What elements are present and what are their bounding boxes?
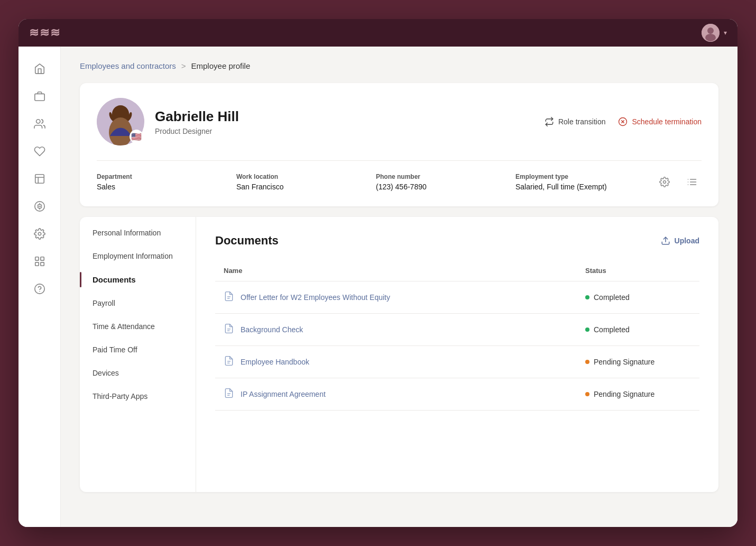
main-layout: Employees and contractors > Employee pro… [19,47,737,527]
lower-section: Personal Information Employment Informat… [80,217,718,492]
doc-status-cell-4: Pending Signature [585,390,691,398]
work-location-value: San Francisco [236,183,376,191]
doc-name-cell-4: IP Assignment Agreement [224,388,585,401]
phone-label: Phone number [376,173,515,180]
doc-name-cell-3: Employee Handbook [224,356,585,368]
doc-link-2[interactable]: Background Check [241,325,303,334]
profile-job-title: Product Designer [155,127,239,135]
detail-actions [655,172,702,192]
svg-rect-3 [34,94,44,101]
profile-actions: Role transition Schedule termination [545,117,702,126]
phone-value: (123) 456-7890 [376,183,515,191]
department-value: Sales [97,183,236,191]
sidebar-item-people[interactable] [28,112,51,135]
sidebar-item-benefits[interactable] [28,140,51,163]
status-text-1: Completed [594,293,630,302]
nav-item-personal-information[interactable]: Personal Information [80,221,196,244]
svg-rect-11 [40,257,43,260]
status-dot-1 [585,295,589,299]
breadcrumb-current-page: Employee profile [191,61,251,70]
nav-item-paid-time-off[interactable]: Paid Time Off [80,338,196,361]
sidebar-item-settings[interactable] [28,222,51,245]
list-icon-btn[interactable] [683,172,702,192]
sidebar-item-apps[interactable] [28,250,51,273]
detail-department: Department Sales [97,173,236,191]
profile-top: 🇺🇸 Gabrielle Hill Product Designer [97,98,702,145]
svg-rect-12 [35,262,38,266]
department-label: Department [97,173,236,180]
svg-point-9 [38,232,41,235]
breadcrumb: Employees and contractors > Employee pro… [80,61,718,70]
upload-button[interactable]: Upload [661,236,699,245]
col-name-header: Name [224,267,585,275]
nav-item-devices[interactable]: Devices [80,361,196,385]
svg-point-22 [663,181,666,184]
doc-icon-4 [224,388,234,401]
status-dot-2 [585,327,589,332]
app-logo: ≋≋≋ [29,26,61,40]
doc-link-4[interactable]: IP Assignment Agreement [241,390,326,398]
sidebar [19,47,61,527]
sidebar-item-help[interactable] [28,277,51,301]
user-avatar[interactable] [702,24,720,42]
svg-point-1 [707,28,714,34]
titlebar-right: ▾ [702,24,727,42]
content-area: Employees and contractors > Employee pro… [61,47,737,527]
documents-header: Documents Upload [215,234,699,248]
svg-rect-5 [35,175,44,184]
doc-row-4: IP Assignment Agreement Pending Signatur… [215,378,699,411]
detail-work-location: Work location San Francisco [236,173,376,191]
doc-status-cell-1: Completed [585,293,691,302]
svg-point-14 [34,284,44,294]
status-text-4: Pending Signature [594,390,654,398]
detail-employment-type: Employment type Salaried, Full time (Exe… [515,173,655,191]
employment-type-label: Employment type [515,173,655,180]
profile-details: Department Sales Work location San Franc… [97,160,702,192]
status-text-2: Completed [594,325,630,334]
sidebar-item-documents[interactable] [28,167,51,190]
breadcrumb-separator: > [181,61,186,70]
profile-name-block: Gabrielle Hill Product Designer [155,108,239,135]
status-dot-4 [585,392,589,396]
doc-name-cell-1: Offer Letter for W2 Employees Without Eq… [224,291,585,304]
sidebar-item-jobs[interactable] [28,85,51,108]
documents-title: Documents [215,234,279,248]
status-text-3: Pending Signature [594,358,654,366]
role-transition-button[interactable]: Role transition [545,117,606,126]
sidebar-item-home[interactable] [28,57,51,80]
detail-phone: Phone number (123) 456-7890 [376,173,515,191]
svg-point-2 [705,34,716,41]
nav-item-third-party-apps[interactable]: Third-Party Apps [80,385,196,408]
nav-menu: Personal Information Employment Informat… [80,217,196,492]
app-window: ≋≋≋ ▾ [19,19,737,527]
user-menu-chevron[interactable]: ▾ [724,29,727,37]
doc-name-cell-2: Background Check [224,323,585,336]
sidebar-item-payroll[interactable] [28,195,51,218]
breadcrumb-employees-link[interactable]: Employees and contractors [80,61,176,70]
doc-icon-1 [224,291,234,304]
doc-link-3[interactable]: Employee Handbook [241,358,309,366]
doc-icon-2 [224,323,234,336]
doc-status-cell-2: Completed [585,325,691,334]
profile-info: 🇺🇸 Gabrielle Hill Product Designer [97,98,239,145]
profile-avatar-wrapper: 🇺🇸 [97,98,144,145]
nav-item-documents[interactable]: Documents [80,268,196,292]
settings-icon-btn[interactable] [655,172,674,192]
profile-card: 🇺🇸 Gabrielle Hill Product Designer [80,83,718,206]
docs-table-header: Name Status [215,262,699,279]
documents-panel: Documents Upload Name Status [196,217,718,492]
titlebar: ≋≋≋ ▾ [19,19,737,47]
col-status-header: Status [585,267,691,275]
employment-type-value: Salaried, Full time (Exempt) [515,183,655,191]
doc-status-cell-3: Pending Signature [585,358,691,366]
svg-rect-10 [35,257,38,260]
nav-item-time-attendance[interactable]: Time & Attendance [80,315,196,338]
nav-item-employment-information[interactable]: Employment Information [80,244,196,268]
schedule-termination-button[interactable]: Schedule termination [618,117,702,126]
profile-name: Gabrielle Hill [155,108,239,125]
work-location-label: Work location [236,173,376,180]
doc-row-3: Employee Handbook Pending Signature [215,345,699,378]
doc-link-1[interactable]: Offer Letter for W2 Employees Without Eq… [241,293,390,302]
doc-row-2: Background Check Completed [215,313,699,345]
nav-item-payroll[interactable]: Payroll [80,292,196,315]
